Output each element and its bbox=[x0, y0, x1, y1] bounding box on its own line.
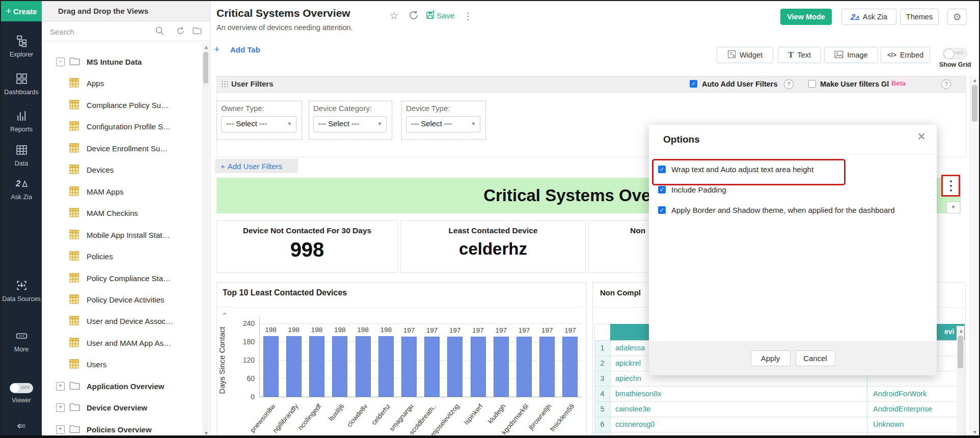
kpi-card-not-contacted[interactable]: Device Not Contacted For 30 Days 998 bbox=[216, 220, 398, 273]
collapse-icon[interactable]: − bbox=[56, 58, 65, 66]
sidebar-item-data-sources[interactable]: Data Sources bbox=[1, 279, 42, 303]
sidebar-item-dashboards[interactable]: Dashboards bbox=[1, 72, 42, 96]
bar-ncollingedf[interactable] bbox=[309, 336, 324, 397]
search-input[interactable] bbox=[49, 24, 153, 39]
tree-item-policy-device-activities[interactable]: Policy Device Activities bbox=[42, 291, 198, 308]
close-icon[interactable]: × bbox=[917, 129, 925, 145]
tree-item-policies[interactable]: Policies bbox=[42, 248, 198, 264]
panel-scrollbar[interactable]: ▲ ▼ bbox=[202, 43, 209, 438]
kpi-card-least-contacted[interactable]: Least Contacted Device celderhz bbox=[400, 220, 586, 273]
bar-smagnargu[interactable] bbox=[401, 337, 417, 397]
expand-icon[interactable]: + bbox=[56, 382, 65, 391]
drag-handle-icon[interactable] bbox=[221, 80, 228, 87]
auto-add-user-filters-checkbox[interactable] bbox=[690, 80, 697, 88]
dialog-option-wrap-text-and-auto-adjust-te[interactable]: Wrap text and Auto adjust text area heig… bbox=[649, 165, 937, 177]
scroll-up-icon[interactable]: ▲ bbox=[204, 45, 209, 50]
bar-clowde8v[interactable] bbox=[356, 336, 371, 397]
panel-scrollbar-thumb[interactable] bbox=[203, 52, 208, 84]
filter-select-owner-type[interactable]: --- Select ---▼ bbox=[221, 116, 296, 132]
tree-item-compliance-policy-su[interactable]: Compliance Policy Su… bbox=[42, 97, 198, 113]
sidebar-item-ask-zia[interactable]: 2 Ask Zia bbox=[1, 177, 42, 201]
expand-icon[interactable]: + bbox=[56, 403, 65, 412]
help-icon[interactable]: ? bbox=[941, 79, 951, 89]
ask-zia-button[interactable]: 2▵ Ask Zia bbox=[841, 9, 896, 25]
device-name-cell[interactable]: apickrel bbox=[615, 359, 641, 367]
bar-celderhz[interactable] bbox=[378, 336, 394, 397]
tree-item-device-enrollment-su[interactable]: Device Enrollment Su… bbox=[42, 140, 198, 156]
add-user-filters-button[interactable]: + Add User Filters bbox=[215, 159, 298, 173]
device-type-cell[interactable]: AndroidForWork bbox=[873, 390, 927, 398]
text-button[interactable]: T Text bbox=[778, 47, 821, 63]
tree-item-user-and-device-assoc[interactable]: User and Device Assoc… bbox=[42, 313, 198, 329]
add-tab-link[interactable]: Add Tab bbox=[230, 45, 260, 54]
make-user-filters-global-checkbox[interactable] bbox=[808, 80, 816, 88]
add-tab-plus-icon[interactable]: + bbox=[214, 44, 220, 55]
device-name-cell[interactable]: apiechn bbox=[615, 374, 641, 382]
scroll-up-icon[interactable]: ▲ bbox=[972, 78, 977, 83]
tree-item-application-overview[interactable]: + Application Overview bbox=[42, 378, 198, 394]
sidebar-item-reports[interactable]: Reports bbox=[1, 110, 42, 133]
settings-gear-button[interactable]: ⚙ bbox=[947, 9, 967, 25]
widget-button[interactable]: Widget bbox=[717, 47, 773, 63]
create-button[interactable]: + Create bbox=[1, 1, 42, 21]
filter-select-device-category[interactable]: --- Select ---▼ bbox=[313, 116, 387, 132]
table-scrollbar-thumb[interactable] bbox=[958, 336, 963, 368]
dialog-option-apply-border-and-shadow-them[interactable]: Apply Border and Shadow theme, when appl… bbox=[649, 205, 937, 217]
tree-item-apps[interactable]: Apps bbox=[42, 75, 198, 91]
sidebar-item-explorer[interactable]: Explorer bbox=[1, 35, 42, 58]
refresh-views-icon[interactable] bbox=[176, 26, 185, 37]
tree-item-policies-overview[interactable]: + Policies Overview bbox=[42, 421, 198, 437]
device-name-cell[interactable]: cainslee3e bbox=[615, 405, 650, 413]
filter-select-device-type[interactable]: --- Select ---▼ bbox=[406, 116, 480, 132]
bar-mjoselevitzog[interactable] bbox=[447, 337, 462, 397]
tree-item-device-overview[interactable]: + Device Overview bbox=[42, 399, 198, 416]
show-grid-toggle[interactable]: OFF bbox=[943, 48, 967, 61]
tree-item-devices[interactable]: Devices bbox=[42, 161, 198, 178]
bar-jbrownelljh[interactable] bbox=[539, 337, 555, 397]
checkbox[interactable] bbox=[658, 206, 666, 214]
search-icon[interactable] bbox=[155, 26, 165, 38]
tree-item-users[interactable]: Users bbox=[42, 356, 198, 372]
scroll-down-icon[interactable]: ▼ bbox=[204, 431, 209, 436]
bar-fmicklem59[interactable] bbox=[562, 337, 578, 397]
tree-item-ms-intune-data[interactable]: − MS Intune Data bbox=[42, 53, 198, 70]
save-icon[interactable]: * bbox=[426, 10, 435, 22]
favorite-star-icon[interactable]: ☆ bbox=[389, 10, 399, 22]
device-name-cell[interactable]: ccisnerosg0 bbox=[615, 420, 655, 428]
tree-item-user-and-mam-app-as[interactable]: User and MAM App As… bbox=[42, 335, 198, 351]
checkbox[interactable] bbox=[658, 166, 666, 173]
embed-button[interactable]: </> Embed bbox=[881, 47, 930, 63]
viewer-toggle[interactable]: OFF Viewer bbox=[1, 383, 42, 404]
save-label[interactable]: Save bbox=[437, 11, 454, 20]
tree-item-configuration-profile-s[interactable]: Configuration Profile S… bbox=[42, 118, 198, 134]
bar-scoldbreath[interactable] bbox=[424, 337, 440, 397]
cancel-button[interactable]: Cancel bbox=[796, 350, 835, 366]
image-button[interactable]: Image bbox=[824, 47, 878, 63]
scroll-down-icon[interactable]: ▼ bbox=[972, 430, 977, 435]
themes-button[interactable]: Themes bbox=[900, 9, 939, 25]
tree-item-mam-apps[interactable]: MAM Apps bbox=[42, 183, 198, 200]
header-more-icon[interactable]: ⋮ bbox=[464, 11, 473, 22]
device-name-cell[interactable]: adalessa bbox=[615, 344, 645, 352]
widget-kebab-menu-button[interactable] bbox=[941, 175, 960, 197]
device-name-cell[interactable]: cferrari9s bbox=[615, 435, 646, 438]
help-icon[interactable]: ? bbox=[784, 79, 794, 89]
device-type-cell[interactable]: Unknown bbox=[873, 420, 904, 428]
page-scrollbar[interactable]: ▲ ▼ bbox=[970, 76, 979, 437]
sidebar-item-more[interactable]: More bbox=[1, 330, 42, 353]
banner-chevron-down-icon[interactable]: ▼ bbox=[946, 202, 960, 213]
tree-item-policy-compliance-sta[interactable]: Policy Compliance Sta… bbox=[42, 270, 198, 286]
collapse-sidebar-icon[interactable]: ⇐ bbox=[1, 420, 42, 432]
scroll-up-icon[interactable]: ▲ bbox=[959, 328, 964, 334]
device-type-cell[interactable]: AndroidEnterprise bbox=[873, 405, 932, 413]
bar-kgodsmark6l[interactable] bbox=[516, 337, 532, 397]
bar-kludegh[interactable] bbox=[494, 337, 509, 397]
bar-ngillibrandfy[interactable] bbox=[286, 336, 302, 397]
device-name-cell[interactable]: bmathieson8x bbox=[615, 390, 661, 398]
tree-item-mam-checkins[interactable]: MAM Checkins bbox=[42, 205, 198, 221]
checkbox[interactable] bbox=[658, 186, 666, 194]
dialog-option-include-padding[interactable]: Include Padding bbox=[649, 185, 937, 197]
tree-item-mobile-app-install-stat[interactable]: Mobile App Install Stat… bbox=[42, 227, 198, 243]
view-mode-button[interactable]: View Mode bbox=[780, 9, 832, 25]
bar-lspinkerf[interactable] bbox=[471, 337, 486, 397]
